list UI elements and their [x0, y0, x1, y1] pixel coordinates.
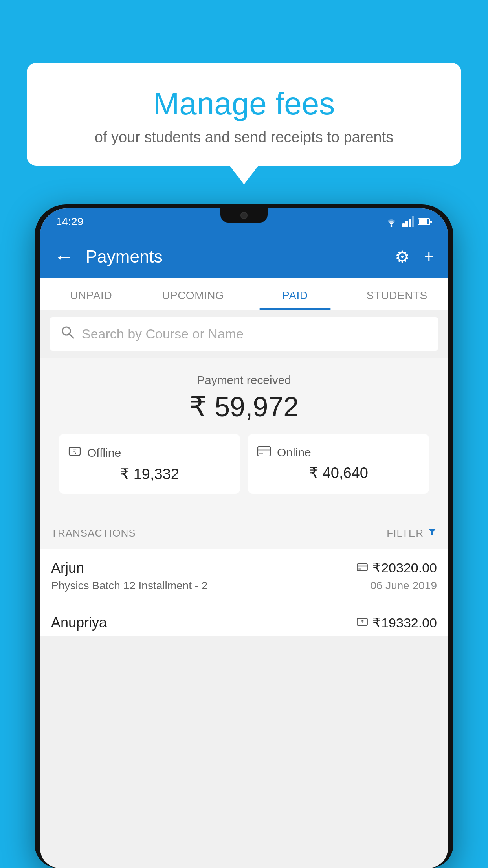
search-icon — [61, 325, 75, 343]
offline-label: Offline — [87, 446, 121, 460]
offline-icon: ₹ — [68, 445, 81, 461]
transaction-amount-2: ₹19332.00 — [372, 615, 437, 631]
tooltip-title: Manage fees — [46, 86, 442, 121]
payment-summary: Payment received ₹ 59,972 ₹ Offlin — [40, 358, 448, 517]
transaction-name-2: Anupriya — [51, 614, 107, 631]
svg-rect-4 — [412, 216, 414, 227]
offline-card-header: ₹ Offline — [68, 445, 231, 461]
phone-screen: 14:29 — [40, 208, 448, 868]
add-icon[interactable]: + — [424, 247, 434, 267]
svg-line-9 — [69, 334, 73, 338]
online-label: Online — [277, 446, 311, 459]
app-bar: ← Payments ⚙ + — [40, 235, 448, 278]
wifi-icon — [384, 216, 398, 227]
transactions-header: TRANSACTIONS FILTER — [40, 517, 448, 549]
svg-rect-7 — [430, 221, 432, 223]
online-amount: ₹ 40,640 — [257, 464, 420, 482]
search-input[interactable]: Search by Course or Name — [82, 326, 244, 342]
payment-type-icon-offline: ₹ — [357, 616, 368, 629]
svg-rect-2 — [405, 221, 408, 227]
transactions-list: Arjun ₹20320.00 Physics Batch 1 — [40, 549, 448, 636]
signal-icon — [402, 216, 414, 227]
app-bar-actions: ⚙ + — [395, 247, 434, 267]
search-box[interactable]: Search by Course or Name — [50, 317, 438, 351]
online-card: Online ₹ 40,640 — [248, 434, 429, 494]
tooltip-card: Manage fees of your students and send re… — [27, 63, 461, 166]
camera-dot — [240, 212, 248, 219]
transaction-row-partial[interactable]: Anupriya ₹ ₹19332.00 — [40, 603, 448, 636]
transaction-name: Arjun — [51, 560, 84, 576]
svg-rect-17 — [357, 565, 367, 567]
filter-button[interactable]: FILTER — [387, 527, 437, 539]
transaction-course: Physics Batch 12 Installment - 2 — [51, 579, 207, 592]
offline-card: ₹ Offline ₹ 19,332 — [59, 434, 240, 494]
filter-label: FILTER — [387, 527, 424, 539]
svg-rect-18 — [358, 568, 361, 570]
phone-frame: 14:29 — [35, 204, 453, 868]
svg-text:₹: ₹ — [361, 620, 364, 624]
svg-rect-14 — [259, 453, 263, 454]
payment-type-icon-online — [357, 561, 368, 574]
svg-rect-3 — [409, 219, 411, 227]
search-container: Search by Course or Name — [40, 310, 448, 358]
payment-cards: ₹ Offline ₹ 19,332 — [50, 434, 438, 506]
tab-upcoming[interactable]: UPCOMING — [142, 278, 244, 310]
tabs-bar: UNPAID UPCOMING PAID STUDENTS — [40, 278, 448, 310]
transactions-label: TRANSACTIONS — [51, 527, 136, 539]
tab-unpaid[interactable]: UNPAID — [40, 278, 142, 310]
transaction-bottom: Physics Batch 12 Installment - 2 06 June… — [51, 579, 437, 592]
transaction-top: Arjun ₹20320.00 — [51, 560, 437, 576]
offline-amount: ₹ 19,332 — [68, 465, 231, 483]
svg-marker-15 — [429, 529, 436, 535]
svg-rect-1 — [402, 223, 405, 227]
app-bar-title: Payments — [86, 247, 387, 267]
online-card-header: Online — [257, 445, 420, 460]
tab-paid[interactable]: PAID — [244, 278, 346, 310]
transaction-row[interactable]: Arjun ₹20320.00 Physics Batch 1 — [40, 549, 448, 603]
status-time: 14:29 — [56, 215, 83, 228]
status-icons — [384, 216, 432, 227]
tab-students[interactable]: STUDENTS — [346, 278, 448, 310]
svg-rect-6 — [419, 219, 427, 224]
svg-point-0 — [391, 225, 393, 227]
settings-icon[interactable]: ⚙ — [395, 247, 410, 267]
payment-label: Payment received — [50, 373, 438, 387]
battery-icon — [418, 218, 432, 226]
transaction-date: 06 June 2019 — [370, 579, 437, 592]
tooltip-subtitle: of your students and send receipts to pa… — [46, 129, 442, 146]
payment-amount: ₹ 59,972 — [50, 391, 438, 423]
transaction-amount-wrap: ₹20320.00 — [357, 560, 437, 576]
svg-rect-13 — [258, 449, 270, 451]
phone-notch — [220, 208, 268, 223]
transaction-amount: ₹20320.00 — [372, 560, 437, 576]
svg-text:₹: ₹ — [73, 449, 77, 455]
back-button[interactable]: ← — [54, 245, 74, 268]
transaction-amount-wrap-2: ₹ ₹19332.00 — [357, 615, 437, 631]
online-icon — [257, 445, 271, 460]
filter-icon — [427, 527, 437, 539]
